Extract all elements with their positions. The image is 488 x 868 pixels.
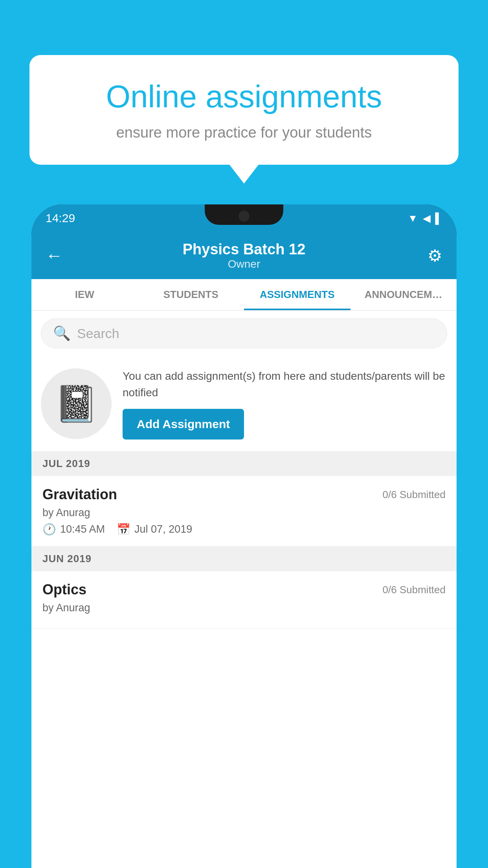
promo-text: You can add assignment(s) from here and …: [123, 368, 447, 401]
clock-icon: 🕐: [42, 523, 56, 536]
signal-icon: ◀: [423, 212, 431, 224]
date-item: 📅 Jul 07, 2019: [117, 523, 192, 536]
promo-content: You can add assignment(s) from here and …: [123, 368, 447, 440]
batch-subtitle: Owner: [183, 258, 306, 270]
batch-title: Physics Batch 12: [183, 241, 306, 258]
assignment-top-row: Gravitation 0/6 Submitted: [42, 486, 446, 503]
search-icon: 🔍: [53, 325, 71, 342]
tab-assignments[interactable]: ASSIGNMENTS: [244, 279, 350, 310]
bubble-title: Online assignments: [61, 79, 427, 115]
header-title-block: Physics Batch 12 Owner: [183, 241, 306, 270]
phone-screen: IEW STUDENTS ASSIGNMENTS ANNOUNCEM… 🔍 Se…: [31, 279, 457, 868]
assignment-title: Gravitation: [42, 486, 117, 503]
promo-block: 📓 You can add assignment(s) from here an…: [31, 356, 457, 451]
notebook-icon: 📓: [54, 383, 98, 425]
wifi-icon: ▼: [408, 212, 418, 224]
assignment-submitted: 0/6 Submitted: [383, 489, 446, 501]
assignment-title-optics: Optics: [42, 581, 86, 598]
status-time: 14:29: [46, 211, 75, 225]
phone-frame: 14:29 ▼ ◀ ▌ ← Physics Batch 12 Owner ⚙ I…: [31, 204, 457, 868]
assignment-meta-optics: by Anurag: [42, 602, 446, 614]
speech-bubble-container: Online assignments ensure more practice …: [29, 55, 459, 165]
time-item: 🕐 10:45 AM: [42, 523, 105, 536]
assignment-date: Jul 07, 2019: [134, 523, 192, 535]
assignment-optics[interactable]: Optics 0/6 Submitted by Anurag: [31, 571, 457, 629]
calendar-icon: 📅: [117, 523, 130, 536]
assignment-time: 10:45 AM: [60, 523, 105, 535]
assignment-submitted-optics: 0/6 Submitted: [383, 584, 446, 596]
search-placeholder: Search: [77, 326, 119, 341]
camera: [238, 211, 250, 222]
speech-bubble: Online assignments ensure more practice …: [29, 55, 459, 165]
section-header-jun: JUN 2019: [31, 546, 457, 571]
assignment-time-row: 🕐 10:45 AM 📅 Jul 07, 2019: [42, 523, 446, 536]
settings-icon[interactable]: ⚙: [427, 246, 442, 265]
assignment-meta: by Anurag: [42, 507, 446, 519]
tab-announcements[interactable]: ANNOUNCEM…: [350, 279, 457, 310]
tab-iew[interactable]: IEW: [31, 279, 138, 310]
phone-notch: [205, 204, 283, 225]
assignment-top-row-optics: Optics 0/6 Submitted: [42, 581, 446, 598]
app-header: ← Physics Batch 12 Owner ⚙: [31, 232, 457, 279]
battery-icon: ▌: [435, 212, 442, 224]
status-icons: ▼ ◀ ▌: [408, 212, 442, 224]
assignment-gravitation[interactable]: Gravitation 0/6 Submitted by Anurag 🕐 10…: [31, 476, 457, 546]
back-button[interactable]: ←: [46, 246, 63, 265]
search-bar[interactable]: 🔍 Search: [41, 318, 447, 348]
section-header-jul: JUL 2019: [31, 451, 457, 476]
promo-icon-circle: 📓: [41, 368, 112, 439]
add-assignment-button[interactable]: Add Assignment: [123, 409, 244, 440]
tabs-bar: IEW STUDENTS ASSIGNMENTS ANNOUNCEM…: [31, 279, 457, 311]
tab-students[interactable]: STUDENTS: [138, 279, 244, 310]
bubble-subtitle: ensure more practice for your students: [61, 124, 427, 141]
